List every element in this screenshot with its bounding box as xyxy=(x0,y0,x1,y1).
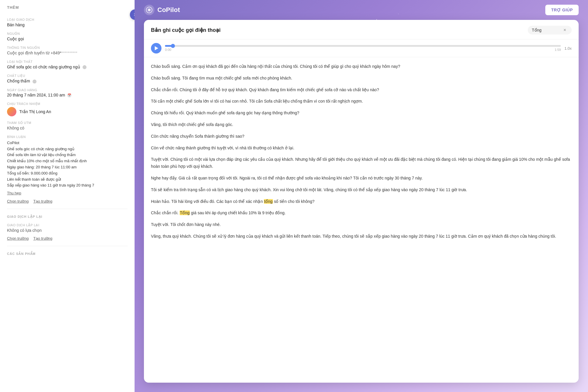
audio-duration: 1:59 xyxy=(555,48,561,51)
play-icon xyxy=(155,46,158,50)
transaction-type-value: Bán hàng xyxy=(7,23,128,27)
transcript-line: Vâng, tôi thích một chiếc ghế sofa dạng … xyxy=(151,121,572,128)
transcript-line: Tôi cần một chiếc ghế Sofa lớn vì tôi có… xyxy=(151,98,572,105)
transcript-line: Hoàn hảo. Tôi hài lòng với điều đó. Các … xyxy=(151,198,572,205)
recurring-value: Không có lựa chọn xyxy=(7,228,128,233)
highlight-word: tổng xyxy=(264,199,273,204)
field-actions-row: Chọn trường Tạo trường xyxy=(7,199,128,203)
content-type-value: Ghế sofa góc có chức năng giường ngủ ⓘ xyxy=(7,65,128,69)
utm-param-value: Không có xyxy=(7,126,128,130)
modal-top-bar: Bản ghi cuộc gọi điện thoại × xyxy=(144,20,579,39)
info-icon: ⓘ xyxy=(82,65,87,69)
svg-point-2 xyxy=(149,9,150,11)
play-button[interactable] xyxy=(151,43,161,53)
transcript-line: Vâng, thưa quý khách. Chúng tôi sẽ xử lý… xyxy=(151,233,572,240)
panel-header: THÊM xyxy=(7,0,128,13)
audio-current-time: 0:00 xyxy=(165,48,171,51)
comment-block: CoPilotGhế sofa góc có chức năng giường … xyxy=(7,140,128,189)
content-type-label: Loại nội thất xyxy=(7,60,128,64)
delivery-date-label: Ngày giao hàng xyxy=(7,88,128,92)
responsible-row: Trần Thị Long An xyxy=(7,107,128,116)
audio-bar[interactable] xyxy=(165,45,561,47)
transcript-line: Chắc chắn rồi. Chúng tôi ở đây để hỗ trợ… xyxy=(151,87,572,94)
search-pill[interactable]: × xyxy=(528,26,572,34)
transcript: Chào buổi sáng. Cảm ơn quý khách đã gọi … xyxy=(144,57,579,383)
source-value: Cuộc gọi xyxy=(7,37,128,41)
transcript-line: Chúng tôi hiểu rồi. Quý khách muốn ghế s… xyxy=(151,110,572,117)
transcript-line: Tôi sẽ kiểm tra tình trạng sẵn có và lịc… xyxy=(151,186,572,194)
transcript-line: Còn về chức năng thành giường thì tuyệt … xyxy=(151,145,572,152)
close-button[interactable]: × xyxy=(130,9,135,20)
transcript-line: Nghe hay đấy. Giá cả rất quan trọng đối … xyxy=(151,175,572,182)
transcript-line: Tuyệt vời. Tôi chốt đơn hàng này nhé. xyxy=(151,221,572,228)
utm-param-label: Tham số UTM xyxy=(7,121,128,125)
transcript-line: Chắc chắn rồi. Tổng giá sau khi áp dụng … xyxy=(151,210,572,217)
info-icon-2: ⓘ xyxy=(32,80,37,84)
search-clear-icon[interactable]: × xyxy=(563,27,566,33)
transcript-line: Chào buổi sáng. Cảm ơn quý khách đã gọi … xyxy=(151,63,572,70)
transaction-type-label: Loại giao dịch xyxy=(7,18,128,22)
avatar xyxy=(7,107,16,116)
audio-bar-thumb xyxy=(171,44,175,48)
search-input[interactable] xyxy=(532,28,561,32)
help-button[interactable]: TRỢ GIÚP xyxy=(545,5,579,15)
transcript-line: Tuyệt vời. Chúng tôi có một vài lựa chọn… xyxy=(151,156,572,170)
recurring-field-actions-row: Chọn trường Tạo trường xyxy=(7,236,128,241)
calendar-icon: 📅 xyxy=(67,93,71,97)
collapse-btn[interactable]: Thu hẹp xyxy=(7,191,21,195)
right-panel: ✦ · ✦ CoPilot TRỢ GIÚP Bản ghi cuộc gọi … xyxy=(135,0,588,392)
material-value: Chống thấm ⓘ xyxy=(7,79,128,83)
create-field-btn[interactable]: Tạo trường xyxy=(33,199,52,203)
audio-progress: 0:00 1:59 xyxy=(165,45,561,51)
recurring-label: Giao dịch lặp lại xyxy=(7,223,128,227)
source-label: Nguồn xyxy=(7,32,128,36)
recurring-section-label: GIAO DỊCH LẶP LẠI xyxy=(7,215,128,219)
copilot-header: CoPilot TRỢ GIÚP xyxy=(135,0,588,20)
modal-card: Bản ghi cuộc gọi điện thoại × 0:00 1:59 xyxy=(144,20,579,383)
copilot-icon xyxy=(144,5,154,15)
delivery-date-value: 20 tháng 7 năm 2024, 11:00 am 📅 xyxy=(7,93,128,97)
highlight-word: Tổng xyxy=(180,210,190,215)
audio-speed-badge[interactable]: 1.0x xyxy=(564,46,572,51)
source-info-value: Cuộc gọi định tuyến từ +849*********** xyxy=(7,51,128,55)
transcript-line: Chào buổi sáng. Tôi đang tìm mua một chi… xyxy=(151,75,572,82)
source-info-label: Thông tin nguồn xyxy=(7,46,128,50)
modal-title: Bản ghi cuộc gọi điện thoại xyxy=(151,27,221,33)
responsible-label: Chịu trách nhiệm xyxy=(7,102,128,106)
audio-player: 0:00 1:59 1.0x xyxy=(144,39,579,57)
transcript-line: Còn chức năng chuyển Sofa thành giường t… xyxy=(151,133,572,140)
recurring-choose-field-btn[interactable]: Chọn trường xyxy=(7,236,29,241)
products-section-label: CÁC SẢN PHẨM xyxy=(7,252,128,256)
choose-field-btn[interactable]: Chọn trường xyxy=(7,199,29,203)
material-label: Chất liệu xyxy=(7,74,128,78)
left-panel: THÊM × Loại giao dịch Bán hàng Nguồn Cuộ… xyxy=(0,0,135,392)
responsible-name: Trần Thị Long An xyxy=(19,109,51,114)
recurring-create-field-btn[interactable]: Tạo trường xyxy=(33,236,52,241)
comment-label: Bình luận xyxy=(7,135,128,139)
copilot-logo: CoPilot xyxy=(144,5,180,15)
audio-times: 0:00 1:59 xyxy=(165,48,561,51)
